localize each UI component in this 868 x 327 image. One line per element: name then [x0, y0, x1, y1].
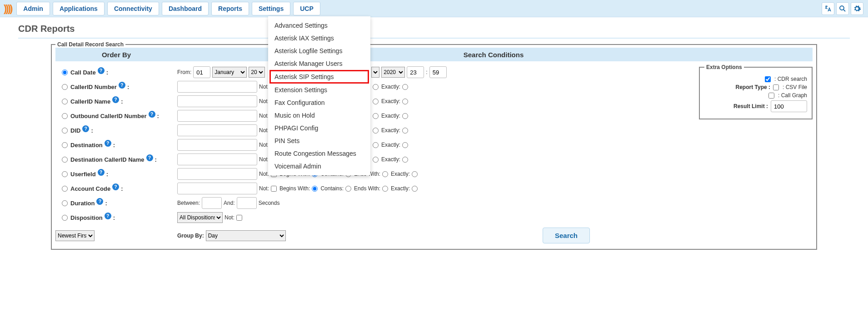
- exactly-radio[interactable]: [373, 84, 379, 90]
- dropdown-item[interactable]: Route Congestion Messages: [268, 147, 370, 160]
- dropdown-item[interactable]: PIN Sets: [268, 134, 370, 147]
- nav-dashboard[interactable]: Dashboard: [162, 2, 209, 15]
- result-limit-input[interactable]: [771, 100, 807, 112]
- orderby-account-code-radio[interactable]: [62, 186, 68, 192]
- exactly-radio-2[interactable]: [402, 113, 408, 119]
- help-icon[interactable]: ?: [98, 169, 105, 176]
- orderby-callerid-number-radio[interactable]: [62, 84, 68, 90]
- dropdown-item[interactable]: Voicemail Admin: [268, 160, 370, 173]
- dropdown-item[interactable]: Advanced Settings: [268, 19, 370, 32]
- orderby-dest-cid-name-radio[interactable]: [62, 157, 68, 163]
- account-code-input[interactable]: [177, 183, 257, 194]
- disposition-select[interactable]: All Dispositions: [177, 212, 223, 223]
- svg-point-0: [840, 6, 844, 10]
- search-button[interactable]: Search: [543, 228, 590, 243]
- sort-direction-select[interactable]: Newest First: [55, 230, 95, 241]
- orderby-call-date-radio[interactable]: [62, 69, 68, 75]
- exactly-radio-2[interactable]: [402, 84, 408, 90]
- nav-settings[interactable]: Settings: [252, 2, 290, 15]
- exactly-label: Exactly:: [381, 142, 400, 148]
- from-month-select[interactable]: January: [212, 67, 247, 78]
- dropdown-item[interactable]: Fax Configuration: [268, 96, 370, 109]
- orderby-disposition-radio[interactable]: [62, 215, 68, 221]
- orderby-did-radio[interactable]: [62, 128, 68, 134]
- exactly-radio[interactable]: [373, 113, 379, 119]
- callerid-name-input[interactable]: [177, 95, 257, 107]
- help-icon[interactable]: ?: [105, 213, 111, 219]
- exactly-radio[interactable]: [373, 128, 379, 134]
- orderby-callerid-name-radio[interactable]: [62, 99, 68, 104]
- outbound-cid-input[interactable]: [177, 110, 257, 122]
- dropdown-item[interactable]: Asterisk IAX Settings: [268, 32, 370, 45]
- orderby-userfield-radio[interactable]: [62, 171, 68, 177]
- dropdown-item[interactable]: Extension Settings: [268, 84, 370, 96]
- not-label: Not:: [259, 127, 269, 134]
- nav-applications[interactable]: Applications: [53, 2, 105, 15]
- duration-max-input[interactable]: [237, 197, 257, 209]
- not-label: Not:: [259, 185, 269, 192]
- orderby-outbound-cid-radio[interactable]: [62, 113, 68, 119]
- help-icon[interactable]: ?: [112, 96, 119, 103]
- not-checkbox[interactable]: [236, 215, 242, 221]
- exactly-radio[interactable]: [373, 99, 379, 104]
- exactly-radio-2[interactable]: [402, 99, 408, 104]
- gear-icon[interactable]: [851, 2, 863, 15]
- group-by-select[interactable]: Day: [206, 230, 286, 241]
- help-icon[interactable]: ?: [96, 198, 103, 205]
- dropdown-item[interactable]: PHPAGI Config: [268, 122, 370, 134]
- csv-file-checkbox[interactable]: [773, 84, 779, 90]
- ends-with-label: Ends With:: [354, 185, 380, 192]
- help-icon[interactable]: ?: [149, 111, 155, 118]
- to-hour-input[interactable]: [407, 66, 424, 78]
- call-graph-label: : Call Graph: [778, 92, 807, 99]
- exactly-radio-2[interactable]: [402, 128, 408, 134]
- orderby-duration-radio[interactable]: [62, 200, 68, 206]
- exactly-label: Exactly:: [381, 113, 400, 119]
- ends-with-radio[interactable]: [345, 186, 351, 192]
- search-icon[interactable]: [836, 2, 849, 15]
- not-label: Not:: [259, 84, 269, 90]
- nav-connectivity[interactable]: Connectivity: [107, 2, 159, 15]
- dropdown-item[interactable]: Asterisk Logfile Settings: [268, 45, 370, 57]
- and-label: And:: [224, 200, 235, 206]
- contains-radio[interactable]: [312, 186, 318, 192]
- did-input[interactable]: [177, 124, 257, 136]
- column-headers: Order By Search Conditions: [55, 48, 813, 61]
- destination-input[interactable]: [177, 139, 257, 151]
- dropdown-item[interactable]: Asterisk Manager Users: [268, 57, 370, 70]
- dest-cid-name-input[interactable]: [177, 154, 257, 165]
- help-icon[interactable]: ?: [98, 67, 105, 74]
- call-graph-checkbox[interactable]: [768, 93, 774, 99]
- userfield-input[interactable]: [177, 168, 257, 180]
- language-icon[interactable]: [822, 2, 834, 15]
- orderby-destination-radio[interactable]: [62, 142, 68, 148]
- exactly-radio[interactable]: [382, 171, 388, 177]
- orderby-callerid-name-label: CallerID Name: [70, 98, 110, 105]
- to-min-input[interactable]: [429, 66, 447, 78]
- exactly-radio[interactable]: [382, 186, 388, 192]
- exactly-radio-2[interactable]: [402, 142, 408, 148]
- to-month-select[interactable]: [371, 67, 379, 78]
- duration-min-input[interactable]: [202, 197, 222, 209]
- dropdown-item-highlighted[interactable]: Asterisk SIP Settings: [269, 70, 369, 84]
- exactly-radio-2[interactable]: [412, 186, 418, 192]
- to-year-select[interactable]: 2020: [381, 67, 405, 78]
- help-icon[interactable]: ?: [112, 183, 119, 190]
- nav-reports[interactable]: Reports: [211, 2, 249, 15]
- not-checkbox[interactable]: [271, 186, 277, 192]
- dropdown-item[interactable]: Music on Hold: [268, 109, 370, 122]
- nav-ucp[interactable]: UCP: [293, 2, 320, 15]
- help-icon[interactable]: ?: [82, 125, 89, 132]
- cdr-search-checkbox[interactable]: [765, 76, 771, 82]
- exactly-radio[interactable]: [373, 142, 379, 148]
- nav-admin[interactable]: Admin: [16, 2, 50, 15]
- from-day-input[interactable]: [193, 66, 210, 78]
- help-icon[interactable]: ?: [105, 140, 111, 147]
- exactly-radio-2[interactable]: [402, 157, 408, 163]
- callerid-number-input[interactable]: [177, 81, 257, 93]
- help-icon[interactable]: ?: [119, 82, 125, 89]
- help-icon[interactable]: ?: [146, 154, 153, 161]
- from-year-select[interactable]: 2020: [249, 67, 265, 78]
- exactly-radio-2[interactable]: [412, 171, 418, 177]
- exactly-radio[interactable]: [373, 157, 379, 163]
